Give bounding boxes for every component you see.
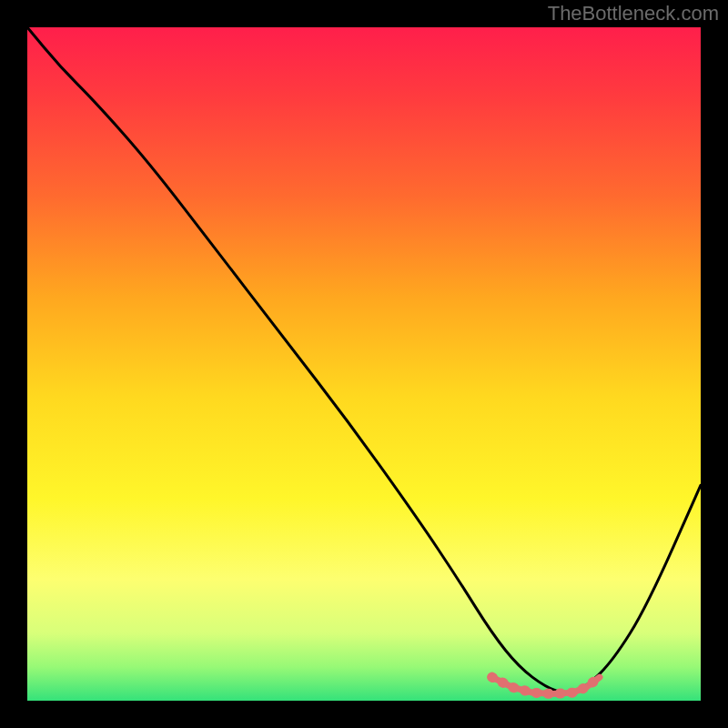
chart-container: TheBottleneck.com <box>0 0 728 728</box>
bottleneck-chart <box>0 0 728 728</box>
plot-background <box>27 27 701 701</box>
watermark-text: TheBottleneck.com <box>548 2 719 25</box>
